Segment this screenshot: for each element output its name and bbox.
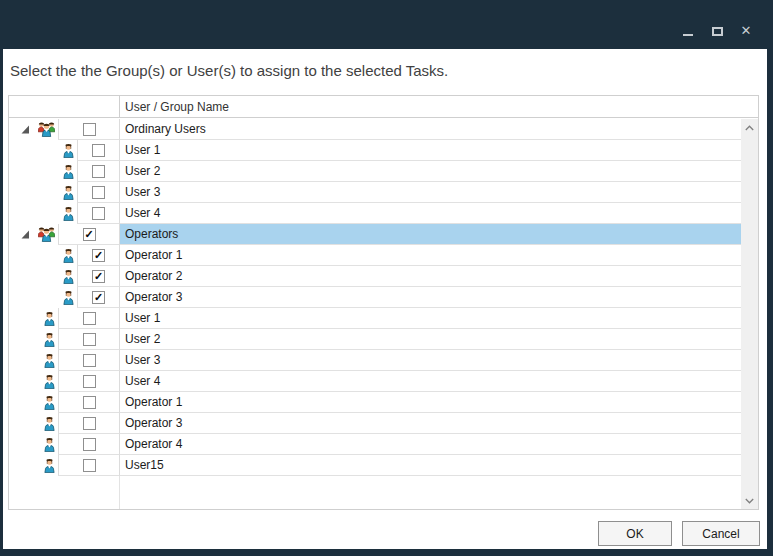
table-row[interactable]: ✓ User 2 [9, 329, 741, 350]
tree-cell [9, 140, 77, 161]
row-label[interactable]: User 2 [119, 161, 741, 182]
table-row[interactable]: ✓ Operator 3 [9, 413, 741, 434]
row-checkbox[interactable]: ✓ [92, 207, 105, 220]
user-icon [44, 438, 55, 452]
checkbox-cell[interactable]: ✓ [58, 455, 119, 476]
checkbox-cell[interactable]: ✓ [58, 392, 119, 413]
checkbox-cell[interactable]: ✓ [58, 119, 119, 140]
row-label[interactable]: Ordinary Users [119, 119, 741, 140]
row-checkbox[interactable]: ✓ [83, 375, 96, 388]
tree-cell [9, 266, 77, 287]
checkbox-cell[interactable]: ✓ [77, 161, 119, 182]
row-label[interactable]: Operators [119, 224, 741, 245]
maximize-button[interactable] [710, 24, 724, 38]
row-checkbox[interactable]: ✓ [83, 438, 96, 451]
row-checkbox[interactable]: ✓ [92, 186, 105, 199]
table-row[interactable]: ✓ Ordinary Users [9, 119, 741, 140]
table-row[interactable]: ✓ User 3 [9, 350, 741, 371]
row-checkbox[interactable]: ✓ [83, 312, 96, 325]
icon-slot [44, 333, 55, 347]
tree-cell [9, 392, 58, 413]
expander-icon[interactable] [21, 125, 30, 134]
row-label[interactable]: Operator 1 [119, 245, 741, 266]
user-icon [44, 375, 55, 389]
row-checkbox[interactable]: ✓ [83, 228, 96, 241]
icon-slot [44, 312, 55, 326]
row-label[interactable]: User 3 [119, 350, 741, 371]
table-row[interactable]: ✓ Operator 3 [9, 287, 741, 308]
checkbox-cell[interactable]: ✓ [58, 329, 119, 350]
header-column-divider [119, 96, 120, 117]
scroll-up-button[interactable] [741, 119, 758, 136]
checkbox-cell[interactable]: ✓ [77, 287, 119, 308]
scroll-down-button[interactable] [741, 492, 758, 509]
checkbox-cell[interactable]: ✓ [77, 245, 119, 266]
table-row[interactable]: ✓ Operator 1 [9, 245, 741, 266]
row-label[interactable]: User 2 [119, 329, 741, 350]
checkbox-cell[interactable]: ✓ [58, 413, 119, 434]
table-row[interactable]: ✓ Operator 4 [9, 434, 741, 455]
ok-button[interactable]: OK [598, 521, 672, 546]
dialog-footer: OK Cancel [598, 521, 760, 546]
instruction-text: Select the the Group(s) or User(s) to as… [10, 62, 448, 79]
row-checkbox[interactable]: ✓ [83, 354, 96, 367]
row-label[interactable]: Operator 3 [119, 287, 741, 308]
row-label[interactable]: Operator 1 [119, 392, 741, 413]
checkbox-cell[interactable]: ✓ [58, 350, 119, 371]
row-checkbox[interactable]: ✓ [92, 165, 105, 178]
icon-slot [63, 144, 74, 158]
table-row[interactable]: ✓ User15 [9, 455, 741, 476]
expander-icon[interactable] [21, 230, 30, 239]
dialog-content: Select the the Group(s) or User(s) to as… [3, 49, 767, 549]
cancel-button[interactable]: Cancel [682, 521, 760, 546]
vertical-scrollbar[interactable] [741, 119, 758, 509]
row-checkbox[interactable]: ✓ [92, 144, 105, 157]
table-row[interactable]: ✓ User 2 [9, 161, 741, 182]
row-checkbox[interactable]: ✓ [83, 333, 96, 346]
row-label[interactable]: Operator 3 [119, 413, 741, 434]
checkbox-cell[interactable]: ✓ [77, 140, 119, 161]
table-row[interactable]: ✓ User 1 [9, 140, 741, 161]
checkbox-cell[interactable]: ✓ [58, 308, 119, 329]
row-checkbox[interactable]: ✓ [92, 249, 105, 262]
icon-slot [63, 270, 74, 284]
table-row[interactable]: ✓ User 4 [9, 203, 741, 224]
row-checkbox[interactable]: ✓ [83, 396, 96, 409]
row-label[interactable]: User 1 [119, 308, 741, 329]
row-label[interactable]: Operator 2 [119, 266, 741, 287]
row-label[interactable]: User 4 [119, 203, 741, 224]
table-row[interactable]: ✓ Operator 2 [9, 266, 741, 287]
row-checkbox[interactable]: ✓ [92, 270, 105, 283]
checkbox-cell[interactable]: ✓ [58, 371, 119, 392]
tree-cell [9, 119, 58, 140]
dialog-window: ✕ Select the the Group(s) or User(s) to … [0, 0, 773, 556]
checkbox-cell[interactable]: ✓ [77, 182, 119, 203]
row-label[interactable]: User15 [119, 455, 741, 476]
title-bar[interactable]: ✕ [0, 0, 773, 49]
checkbox-cell[interactable]: ✓ [77, 266, 119, 287]
row-label[interactable]: User 4 [119, 371, 741, 392]
table-row[interactable]: ✓ Operators [9, 224, 741, 245]
row-checkbox[interactable]: ✓ [83, 417, 96, 430]
row-checkbox[interactable]: ✓ [83, 123, 96, 136]
row-checkbox[interactable]: ✓ [92, 291, 105, 304]
group-icon [38, 122, 55, 137]
table-row[interactable]: ✓ User 4 [9, 371, 741, 392]
icon-slot [44, 438, 55, 452]
checkbox-cell[interactable]: ✓ [58, 434, 119, 455]
row-checkbox[interactable]: ✓ [83, 459, 96, 472]
row-label[interactable]: User 3 [119, 182, 741, 203]
tree-cell [9, 308, 58, 329]
icon-slot [38, 122, 55, 137]
table-row[interactable]: ✓ User 3 [9, 182, 741, 203]
checkbox-cell[interactable]: ✓ [58, 224, 119, 245]
row-label[interactable]: Operator 4 [119, 434, 741, 455]
checkbox-cell[interactable]: ✓ [77, 203, 119, 224]
chevron-down-icon [745, 498, 754, 504]
table-row[interactable]: ✓ Operator 1 [9, 392, 741, 413]
close-button[interactable]: ✕ [739, 24, 753, 38]
minimize-button[interactable] [681, 24, 695, 38]
row-label[interactable]: User 1 [119, 140, 741, 161]
table-row[interactable]: ✓ User 1 [9, 308, 741, 329]
icon-slot [63, 291, 74, 305]
